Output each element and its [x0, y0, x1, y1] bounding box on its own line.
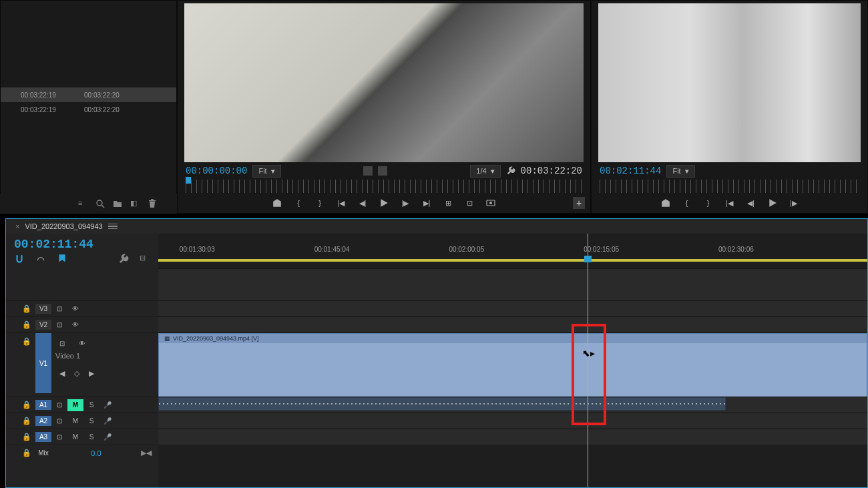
bracket-in-icon[interactable]: { [294, 198, 303, 208]
fit-dropdown[interactable]: Fit▾ [252, 165, 280, 178]
track-header-a2[interactable]: 🔒 A2 ⊡ M S 🎤 [6, 413, 158, 429]
step-fwd-icon[interactable]: |▶ [789, 198, 799, 208]
step-back-icon[interactable]: ◀| [358, 198, 367, 208]
timeline-tracks-area[interactable]: 00:01:30:03 00:01:45:04 00:02:00:05 00:0… [158, 234, 867, 487]
safe-margins-button[interactable] [363, 166, 373, 176]
overwrite-icon[interactable]: ⊡ [465, 198, 474, 208]
track-lane-v1[interactable]: ▦VID_20220903_094943.mp4 [V] [158, 332, 867, 397]
trash-icon[interactable] [148, 199, 157, 208]
track-label[interactable]: A1 [35, 400, 51, 410]
sequence-tab[interactable]: × VID_20220903_094943 [6, 219, 867, 234]
lock-icon[interactable]: 🔒 [6, 333, 35, 346]
lock-icon[interactable]: 🔒 [6, 417, 35, 425]
bin-row[interactable]: 00:03:22:19 00:03:22:20 [1, 102, 176, 117]
linked-sel-icon[interactable] [35, 254, 46, 264]
search-icon[interactable] [95, 199, 105, 208]
tab-close-icon[interactable]: × [15, 222, 19, 230]
solo-button[interactable]: S [83, 431, 99, 443]
lock-icon[interactable]: 🔒 [6, 401, 35, 409]
mix-track-row[interactable]: 🔒 Mix 0.0 ▶◀ [6, 445, 158, 461]
bracket-out-icon[interactable]: } [704, 198, 713, 208]
track-label[interactable]: A2 [35, 416, 51, 426]
bin-row[interactable]: 00:03:22:19 00:03:22:20 [1, 87, 176, 102]
play-icon[interactable] [768, 198, 777, 208]
source-scrubber[interactable] [186, 180, 582, 193]
lock-icon[interactable]: 🔒 [6, 304, 35, 313]
new-bin-icon[interactable] [113, 199, 122, 208]
mark-in-icon[interactable] [661, 198, 670, 208]
snap-icon[interactable] [14, 254, 25, 264]
track-header-a3[interactable]: 🔒 A3 ⊡ M S 🎤 [6, 429, 158, 445]
in-point-marker[interactable] [186, 177, 191, 184]
sync-lock-icon[interactable]: ⊡ [51, 431, 67, 443]
track-header-a1[interactable]: 🔒 A1 ⊡ M S 🎤 [6, 397, 158, 413]
mark-in-icon[interactable] [272, 198, 282, 208]
program-tc[interactable]: 00:02:11:44 [600, 166, 661, 176]
fit-dropdown[interactable]: Fit▾ [666, 165, 694, 178]
voiceover-icon[interactable]: 🎤 [99, 431, 116, 443]
step-back-icon[interactable]: ◀| [746, 198, 756, 208]
mute-button[interactable]: M [67, 415, 83, 427]
lock-icon[interactable]: 🔒 [6, 433, 35, 441]
mute-button[interactable]: M [67, 431, 83, 443]
time-ruler[interactable]: 00:01:30:03 00:01:45:04 00:02:00:05 00:0… [158, 234, 867, 268]
bracket-in-icon[interactable]: { [682, 198, 692, 208]
wrench-icon[interactable] [118, 254, 129, 264]
program-scrubber[interactable] [600, 180, 859, 193]
source-tc-in[interactable]: 00:00:00:00 [186, 166, 247, 176]
playhead-handle[interactable] [584, 256, 592, 262]
voiceover-icon[interactable]: 🎤 [99, 415, 116, 427]
add-keyframe-icon[interactable]: ◇ [74, 369, 79, 378]
work-area-bar[interactable] [158, 259, 867, 262]
voiceover-icon[interactable]: 🎤 [99, 399, 116, 411]
track-label[interactable]: V1 [35, 333, 51, 393]
video-clip[interactable]: ▦VID_20220903_094943.mp4 [V] [158, 333, 867, 397]
prev-keyframe-icon[interactable]: ◀ [59, 369, 65, 378]
playhead-timecode[interactable]: 00:02:11:44 [14, 238, 150, 251]
sync-lock-icon[interactable]: ⊡ [51, 415, 67, 427]
track-lane-a1[interactable] [158, 397, 867, 413]
audio-clip[interactable] [158, 397, 726, 411]
track-lane-v2[interactable] [158, 316, 867, 332]
track-header-v3[interactable]: 🔒 V3 ⊡ 👁 [6, 300, 158, 316]
go-to-out-icon[interactable]: ▶| [422, 198, 431, 208]
track-header-v2[interactable]: 🔒 V2 ⊡ 👁 [6, 316, 158, 332]
toggle-view-button[interactable] [378, 166, 387, 176]
eye-icon[interactable]: 👁 [74, 337, 90, 349]
track-label[interactable]: A3 [35, 432, 51, 442]
resolution-dropdown[interactable]: 1/4▾ [470, 165, 500, 178]
eye-icon[interactable]: 👁 [67, 303, 83, 315]
sync-lock-icon[interactable]: ⊡ [51, 303, 67, 315]
track-label[interactable]: V2 [35, 320, 51, 330]
mix-value[interactable]: 0.0 [51, 449, 141, 457]
export-frame-icon[interactable] [486, 198, 495, 208]
marker-icon[interactable] [57, 254, 67, 264]
lock-icon[interactable]: 🔒 [6, 449, 35, 457]
playhead[interactable] [588, 234, 588, 487]
wrench-icon[interactable] [506, 166, 515, 176]
track-lane-v3[interactable] [158, 300, 867, 316]
project-bin[interactable]: 00:03:22:19 00:03:22:20 00:03:22:19 00:0… [0, 0, 177, 214]
track-label[interactable]: V3 [35, 304, 51, 314]
sync-lock-icon[interactable]: ⊡ [51, 319, 67, 331]
eye-icon[interactable]: 👁 [67, 319, 83, 331]
insert-icon[interactable]: ⊞ [443, 198, 453, 208]
list-view-icon[interactable]: ≡ [78, 199, 87, 208]
panel-menu-icon[interactable] [108, 224, 118, 230]
mute-button[interactable]: M [67, 399, 83, 411]
step-fwd-icon[interactable]: |▶ [401, 198, 410, 208]
track-header-v1[interactable]: 🔒 V1 ⊡ 👁 Video 1 ◀ [6, 332, 158, 397]
lock-icon[interactable]: 🔒 [6, 320, 35, 329]
solo-button[interactable]: S [83, 399, 99, 411]
bracket-out-icon[interactable]: } [315, 198, 324, 208]
play-icon[interactable] [379, 198, 389, 208]
settings-icon[interactable]: ⊟ [140, 254, 150, 264]
go-to-in-icon[interactable]: |◀ [337, 198, 346, 208]
new-item-icon[interactable]: ◧ [130, 199, 140, 208]
collapse-icon[interactable]: ▶◀ [141, 449, 158, 457]
track-lane-a3[interactable] [158, 429, 867, 445]
sync-lock-icon[interactable]: ⊡ [54, 337, 70, 349]
go-to-in-icon[interactable]: |◀ [725, 198, 734, 208]
add-button[interactable]: + [573, 197, 585, 209]
next-keyframe-icon[interactable]: ▶ [89, 369, 94, 378]
